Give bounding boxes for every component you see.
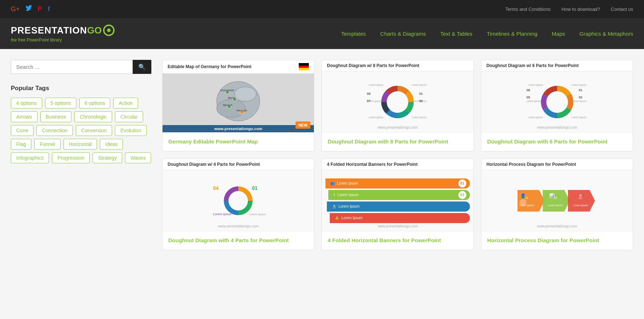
top-bar-links: Terms and Conditions How to download? Co… — [505, 6, 633, 12]
svg-text:Lorem ipsum: Lorem ipsum — [369, 84, 383, 87]
svg-text:04: 04 — [213, 185, 219, 191]
card-doughnut-8-header-text: Doughnut Diagram w/ 8 Parts for PowerPoi… — [327, 63, 419, 68]
svg-text:01: 01 — [419, 92, 423, 96]
tag-ideas[interactable]: Ideas — [100, 139, 123, 150]
nav-charts[interactable]: Charts & Diagrams — [380, 31, 426, 37]
banner-4: 🔒 Lorem Ipsum — [330, 213, 470, 223]
social-links: G+ P f — [11, 5, 50, 13]
tag-5-options[interactable]: 5 options — [45, 98, 76, 108]
card-doughnut-6-header: Doughnut Diagram w/ 6 Parts for PowerPoi… — [481, 60, 633, 71]
tag-progression[interactable]: Progression — [52, 152, 90, 163]
card-germany-title-area: Germany Editable PowerPoint Map — [163, 132, 314, 151]
svg-text:02: 02 — [579, 96, 582, 99]
card-banners-img: 4 Folded Horizontal Banners for PowerPoi… — [322, 159, 473, 231]
card-germany-map-header: Editable Map of Germany for PowerPoint — [163, 60, 314, 74]
nav-maps[interactable]: Maps — [552, 31, 565, 37]
popular-tags-title: Popular Tags — [11, 85, 151, 92]
svg-text:✈: ✈ — [254, 108, 257, 111]
tag-horizontal[interactable]: Horizontal — [63, 139, 97, 150]
svg-text:Lorem Ipsum: Lorem Ipsum — [572, 100, 586, 103]
svg-point-13 — [390, 94, 405, 110]
process-watermark: www.presentationgo.com — [481, 223, 633, 230]
banner-3: 🔬 Lorem Ipsum — [327, 201, 470, 212]
terms-link[interactable]: Terms and Conditions — [505, 6, 551, 12]
card-germany-map-img: Editable Map of Germany for PowerPoint — [163, 60, 314, 132]
tag-arrows[interactable]: Arrows — [11, 111, 37, 122]
tag-circular[interactable]: Circular — [115, 111, 143, 122]
search-box: 🔍 — [11, 60, 151, 74]
card-doughnut-4-title-area: Doughnut Diagram with 4 Parts for PowerP… — [163, 231, 314, 250]
tag-flag[interactable]: Flag — [11, 139, 31, 150]
tag-connection[interactable]: Connection — [36, 125, 73, 136]
svg-point-24 — [549, 94, 565, 110]
card-process-title: Horizontal Process Diagram for PowerPoin… — [487, 236, 627, 244]
tag-conversion[interactable]: Conversion — [76, 125, 112, 136]
card-doughnut-8-img: Doughnut Diagram w/ 8 Parts for PowerPoi… — [322, 60, 473, 132]
svg-text:06: 06 — [527, 88, 530, 92]
card-doughnut-6[interactable]: Doughnut Diagram w/ 6 Parts for PowerPoi… — [481, 60, 633, 151]
doughnut-6-svg: Lorem Ipsum Lorem Ipsum Lorem ipsum Lore… — [525, 79, 590, 125]
svg-text:Lorem ipsum: Lorem ipsum — [213, 212, 232, 216]
tag-strategy[interactable]: Strategy — [93, 152, 122, 163]
search-input[interactable] — [11, 60, 133, 74]
nav-templates[interactable]: Templates — [341, 31, 366, 37]
svg-text:07: 07 — [367, 99, 370, 103]
svg-text:Lorem Ipsum: Lorem Ipsum — [249, 213, 266, 216]
logo-go-text: GO — [87, 25, 102, 36]
svg-text:01: 01 — [579, 88, 582, 92]
banner-2: ⚕ Lorem Ipsum 02 — [328, 190, 470, 200]
tag-chronologic[interactable]: Chronologic — [74, 111, 112, 122]
facebook-icon[interactable]: f — [48, 5, 50, 13]
tag-funnel[interactable]: Funnel — [34, 139, 61, 150]
top-bar: G+ P f Terms and Conditions How to downl… — [0, 0, 644, 18]
card-doughnut-4[interactable]: Doughnut Diagram w/ 4 Parts for PowerPoi… — [162, 159, 314, 250]
svg-text:Lorem Ipsum: Lorem Ipsum — [572, 84, 586, 87]
card-process-title-area: Horizontal Process Diagram for PowerPoin… — [481, 231, 633, 250]
card-doughnut-6-header-text: Doughnut Diagram w/ 6 Parts for PowerPoi… — [487, 63, 579, 68]
tag-4-options[interactable]: 4 options — [11, 98, 42, 108]
germany-card-bottom-bar: www.presentationgo.com — [163, 125, 314, 132]
nav-graphics[interactable]: Graphics & Metaphors — [579, 31, 633, 37]
nav-timelines[interactable]: Timelines & Planning — [487, 31, 537, 37]
svg-text:🎯: 🎯 — [578, 193, 583, 198]
card-doughnut-8[interactable]: Doughnut Diagram w/ 8 Parts for PowerPoi… — [321, 60, 474, 151]
tag-cone[interactable]: Cone — [11, 125, 34, 136]
logo-presentation-text: PRESENTATION — [11, 25, 87, 36]
nav-text-tables[interactable]: Text & Tables — [440, 31, 472, 37]
tag-action[interactable]: Action — [113, 98, 138, 108]
tag-business[interactable]: Business — [40, 111, 72, 122]
tag-evolution[interactable]: Evolution — [115, 125, 147, 136]
card-doughnut-4-header-text: Doughnut Diagram w/ 4 Parts for PowerPoi… — [168, 162, 260, 167]
tag-infographics[interactable]: Infographics — [11, 152, 49, 163]
card-doughnut-4-title: Doughnut Diagram with 4 Parts for PowerP… — [168, 236, 308, 244]
pinterest-icon[interactable]: P — [38, 5, 42, 13]
tag-waves[interactable]: Waves — [125, 152, 151, 163]
svg-text:👤: 👤 — [520, 193, 525, 198]
card-germany-map[interactable]: Editable Map of Germany for PowerPoint — [162, 60, 314, 151]
how-to-download-link[interactable]: How to download? — [561, 6, 600, 12]
search-button[interactable]: 🔍 — [133, 60, 151, 74]
card-process[interactable]: Horizontal Process Diagram for PowerPoin… — [481, 159, 633, 250]
logo-circle-icon — [103, 25, 115, 36]
card-banners-title: 4 Folded Horizontal Banners for PowerPoi… — [328, 236, 467, 244]
svg-text:Lorem Ipsum: Lorem Ipsum — [412, 84, 427, 87]
svg-text:02: 02 — [419, 99, 423, 103]
main-nav: Templates Charts & Diagrams Text & Table… — [341, 31, 633, 37]
card-germany-new-badge: NEW — [296, 121, 311, 129]
svg-text:Lorem ipsum: Lorem ipsum — [528, 116, 543, 119]
twitter-icon[interactable] — [26, 5, 32, 13]
svg-text:Lorem ipsum: Lorem ipsum — [527, 100, 541, 103]
card-doughnut-6-title-area: Doughnut Diagram with 6 Parts for PowerP… — [481, 132, 633, 151]
googleplus-icon[interactable]: G+ — [11, 5, 20, 13]
cards-grid: Editable Map of Germany for PowerPoint — [162, 60, 633, 250]
svg-text:Lorem Ipsum: Lorem Ipsum — [412, 116, 427, 119]
contact-link[interactable]: Contact us — [611, 6, 633, 12]
tag-6-options[interactable]: 6 options — [79, 98, 111, 108]
banners-watermark: www.presentationgo.com — [322, 223, 473, 230]
svg-text:05: 05 — [527, 96, 530, 99]
svg-text:Lorem Ipsum: Lorem Ipsum — [528, 84, 543, 87]
process-svg: 01 02 03 Lorem ipsum Lorem ipsum Lo — [514, 183, 600, 219]
logo[interactable]: PRESENTATION GO the free PowerPoint libr… — [11, 25, 115, 43]
card-banners[interactable]: 4 Folded Horizontal Banners for PowerPoi… — [321, 159, 474, 250]
card-banners-header-text: 4 Folded Horizontal Banners for PowerPoi… — [327, 162, 417, 167]
